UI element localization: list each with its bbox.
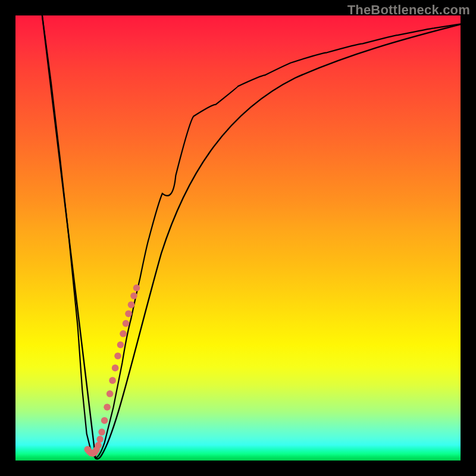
svg-point-9 xyxy=(101,417,108,424)
svg-point-11 xyxy=(107,390,114,397)
svg-point-6 xyxy=(95,442,102,449)
svg-point-19 xyxy=(128,301,135,308)
chart-plot-area xyxy=(15,15,461,461)
chart-svg xyxy=(15,15,461,461)
svg-point-16 xyxy=(120,330,127,337)
svg-point-20 xyxy=(130,292,137,299)
svg-point-14 xyxy=(114,352,121,359)
svg-point-18 xyxy=(125,310,132,317)
svg-point-10 xyxy=(104,403,111,411)
svg-point-7 xyxy=(96,436,104,443)
bottleneck-main-curve xyxy=(42,15,461,458)
svg-point-8 xyxy=(98,428,105,436)
svg-point-17 xyxy=(123,320,130,327)
svg-point-21 xyxy=(133,284,140,292)
svg-point-15 xyxy=(117,342,124,349)
svg-point-12 xyxy=(109,377,116,384)
watermark-label: TheBottleneck.com xyxy=(347,2,470,18)
chart-outer-frame: TheBottleneck.com xyxy=(0,0,476,476)
svg-point-13 xyxy=(112,365,119,372)
bottleneck-curve-smooth xyxy=(42,15,461,459)
